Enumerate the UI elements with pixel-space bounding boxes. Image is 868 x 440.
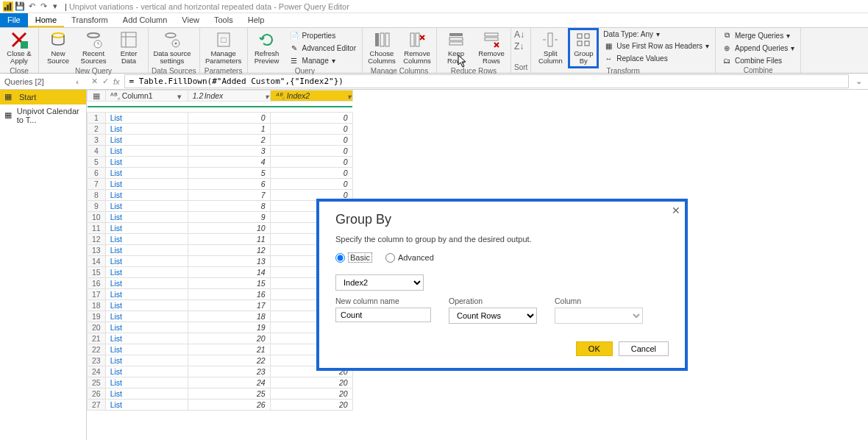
ok-button[interactable]: OK xyxy=(576,341,613,356)
redo-icon[interactable]: ↷ xyxy=(38,1,49,12)
remove-columns-button[interactable]: Remove Columns xyxy=(401,29,433,67)
query-item[interactable]: ▦Unpivot Calendar to T... xyxy=(0,104,86,127)
svg-point-6 xyxy=(88,33,99,38)
table-row[interactable]: 10List90 xyxy=(88,212,353,223)
table-row[interactable]: 11List100 xyxy=(88,223,353,234)
table-row[interactable]: 15List140 xyxy=(88,267,353,278)
group-by-button[interactable]: Group By xyxy=(569,29,597,67)
query-item[interactable]: ▦Start xyxy=(0,90,86,104)
table-row[interactable]: 12List110 xyxy=(88,234,353,245)
group-label-close: Close xyxy=(3,67,35,77)
table-row[interactable]: 1List00 xyxy=(88,113,353,124)
queries-header[interactable]: Queries [2] ‹ xyxy=(0,77,87,86)
table-row[interactable]: 5List40 xyxy=(88,157,353,168)
table-row[interactable]: 6List50 xyxy=(88,168,353,179)
new-column-input[interactable] xyxy=(335,308,431,322)
sort-asc-button[interactable]: A↓ xyxy=(514,29,524,40)
table-row[interactable]: 2List10 xyxy=(88,124,353,135)
tab-tools[interactable]: Tools xyxy=(207,13,241,27)
append-queries-button[interactable]: ⊕Append Queries ▾ xyxy=(719,42,797,54)
table-row[interactable]: 13List120 xyxy=(88,245,353,256)
enter-data-button[interactable]: Enter Data xyxy=(113,29,145,67)
data-source-settings-button[interactable]: Data source settings xyxy=(152,29,193,67)
table-row[interactable]: 3List20 xyxy=(88,135,353,146)
column-label: Column xyxy=(555,297,643,305)
first-row-headers-button[interactable]: ▦Use First Row as Headers ▾ xyxy=(600,40,712,52)
close-apply-button[interactable]: Close & Apply xyxy=(3,29,35,67)
table-row[interactable]: 27List2620 xyxy=(88,400,353,411)
choose-columns-button[interactable]: Choose Columns xyxy=(366,29,398,67)
svg-rect-28 xyxy=(585,34,589,38)
column-select[interactable] xyxy=(555,308,643,324)
table-icon: ▦ xyxy=(4,110,13,121)
svg-rect-23 xyxy=(449,42,463,45)
accept-formula-icon[interactable]: ✓ xyxy=(102,77,109,86)
tab-add-column[interactable]: Add Column xyxy=(115,13,175,27)
remove-rows-button[interactable]: Remove Rows xyxy=(475,29,508,67)
column-header-index[interactable]: 1.2Index▾ xyxy=(188,91,270,102)
table-row[interactable]: 8List70 xyxy=(88,190,353,201)
table-row[interactable]: 18List170 xyxy=(88,300,353,311)
tab-transform[interactable]: Transform xyxy=(64,13,115,27)
group-column-select[interactable]: Index2 xyxy=(335,274,424,291)
table-row[interactable]: 22List210 xyxy=(88,344,353,355)
cancel-formula-icon[interactable]: ✕ xyxy=(91,77,98,86)
type-any-icon: ᴬᴮ꜀ xyxy=(110,91,119,100)
manage-button[interactable]: ☰Manage ▾ xyxy=(286,54,359,66)
merge-queries-icon: ⧉ xyxy=(722,30,732,40)
tab-view[interactable]: View xyxy=(174,13,207,27)
manage-parameters-button[interactable]: □Manage Parameters xyxy=(203,29,244,67)
collapse-queries-icon[interactable]: ‹ xyxy=(72,77,82,86)
dialog-close-button[interactable]: ✕ xyxy=(672,205,680,216)
new-source-button[interactable]: New Source xyxy=(42,29,74,67)
table-row[interactable]: 23List220 xyxy=(88,355,353,366)
operation-select[interactable]: Count Rows xyxy=(449,308,537,324)
table-row[interactable]: 21List200 xyxy=(88,333,353,344)
advanced-editor-button[interactable]: ✎Advanced Editor xyxy=(286,42,359,54)
save-icon[interactable]: 💾 xyxy=(15,1,25,12)
table-row[interactable]: 19List180 xyxy=(88,311,353,322)
tab-file[interactable]: File xyxy=(0,13,28,27)
tab-home[interactable]: Home xyxy=(28,13,64,27)
manage-parameters-icon: □ xyxy=(215,31,232,49)
table-row[interactable]: 7List60 xyxy=(88,179,353,190)
recent-sources-button[interactable]: Recent Sources xyxy=(77,29,110,67)
table-row[interactable]: 24List2320 xyxy=(88,366,353,377)
formula-input[interactable] xyxy=(124,74,849,88)
combine-files-button[interactable]: 🗂Combine Files xyxy=(719,54,797,66)
tab-help[interactable]: Help xyxy=(241,13,272,27)
undo-icon[interactable]: ↶ xyxy=(26,1,37,12)
table-row[interactable]: 25List2420 xyxy=(88,377,353,388)
svg-rect-20 xyxy=(416,33,419,46)
cancel-button[interactable]: Cancel xyxy=(619,341,669,356)
properties-button[interactable]: 📄Properties xyxy=(286,29,359,41)
table-row[interactable]: 14List130 xyxy=(88,256,353,267)
table-row[interactable]: 16List150 xyxy=(88,278,353,289)
table-row[interactable]: 9List80 xyxy=(88,201,353,212)
table-row[interactable]: 20List190 xyxy=(88,322,353,333)
data-type-button[interactable]: Data Type: Any ▾ xyxy=(600,29,712,39)
radio-advanced[interactable]: Advanced xyxy=(385,252,434,263)
table-row[interactable]: 17List160 xyxy=(88,289,353,300)
radio-basic[interactable]: Basic xyxy=(335,252,372,263)
choose-columns-icon xyxy=(373,31,391,49)
column-filter-icon[interactable]: ▾ xyxy=(342,92,351,101)
refresh-preview-button[interactable]: Refresh Preview xyxy=(251,29,283,67)
split-column-button[interactable]: Split Column xyxy=(534,29,566,67)
svg-point-5 xyxy=(52,33,64,38)
table-corner-button[interactable]: ▦ xyxy=(88,91,106,102)
merge-queries-button[interactable]: ⧉Merge Queries ▾ xyxy=(719,29,797,41)
expand-formula-icon[interactable]: ⌄ xyxy=(853,77,864,86)
column-filter-icon[interactable]: ▾ xyxy=(260,92,268,101)
table-row[interactable]: 4List30 xyxy=(88,146,353,157)
column-header-index2[interactable]: ᴬᴮ꜀Index2▾ xyxy=(270,91,352,102)
table-row[interactable]: 26List2520 xyxy=(88,388,353,400)
keep-rows-button[interactable]: Keep Rows xyxy=(440,29,472,67)
sort-desc-button[interactable]: Z↓ xyxy=(514,41,524,52)
column-header-column1[interactable]: ᴬᴮ꜀Column1▾ xyxy=(105,91,188,102)
qat-dropdown-icon[interactable]: ▾ xyxy=(50,1,60,12)
svg-rect-16 xyxy=(375,33,379,46)
replace-values-button[interactable]: ↔Replace Values xyxy=(600,52,712,64)
window-title: Unpivot variations - vertical and horizo… xyxy=(69,2,349,11)
column-filter-icon[interactable]: ▾ xyxy=(177,92,186,101)
